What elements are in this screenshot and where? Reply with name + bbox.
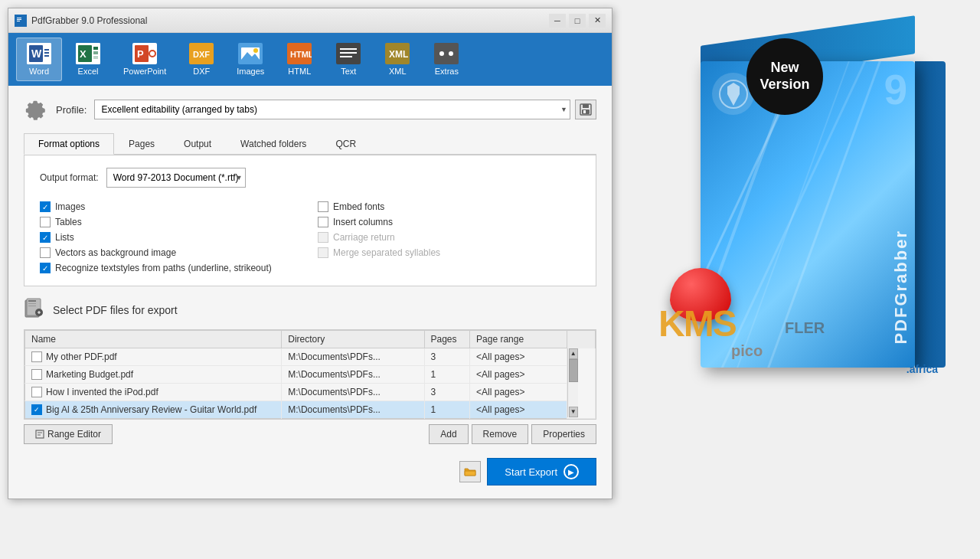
file-row-1-range: <All pages> — [470, 348, 567, 366]
svg-rect-35 — [434, 43, 459, 64]
checkbox-carriage-return-input — [318, 232, 328, 243]
output-format-row: Output format: Word 97-2013 Document (*.… — [40, 168, 580, 188]
open-folder-button[interactable] — [459, 461, 481, 482]
svg-point-36 — [439, 51, 444, 56]
properties-button[interactable]: Properties — [531, 424, 596, 444]
checkbox-carriage-return: Carriage return — [318, 232, 580, 243]
section-header: Select PDF files for export — [24, 297, 596, 323]
section-title: Select PDF files for export — [53, 304, 178, 316]
range-editor-button[interactable]: Range Editor — [24, 424, 113, 444]
col-page-range: Page range — [470, 331, 567, 348]
file-row-4-checkbox[interactable]: ✓ — [31, 404, 42, 415]
svg-rect-32 — [340, 56, 352, 57]
svg-rect-13 — [93, 47, 98, 50]
checkbox-lists-input[interactable]: ✓ — [40, 232, 51, 243]
product-box: 9 PDFGrabber New Version KMS pico FLER .… — [655, 15, 946, 383]
col-name: Name — [25, 331, 282, 348]
close-button[interactable]: ✕ — [589, 14, 606, 28]
checkbox-embed-fonts: Embed fonts — [318, 201, 580, 212]
scroll-down[interactable]: ▼ — [569, 407, 578, 417]
minimize-button[interactable]: ─ — [549, 14, 566, 28]
svg-rect-1 — [17, 18, 21, 18]
range-editor-label: Range Editor — [47, 429, 101, 440]
output-format-label: Output format: — [40, 172, 99, 183]
checkboxes-grid: ✓ Images Embed fonts Tables Insert colum… — [40, 201, 580, 273]
toolbar-excel[interactable]: X Excel — [65, 38, 111, 80]
content-area: Profile: Excellent editability (arranged… — [8, 86, 612, 499]
file-row-4-name-cell: ✓ Big Al & 25th Anniversary Review - Gui… — [31, 404, 275, 415]
table-row[interactable]: Marketing Budget.pdf M:\Documents\PDFs..… — [25, 366, 596, 384]
toolbar-dxf[interactable]: DXF DXF — [178, 38, 224, 80]
window-title: PdfGrabber 9.0 Professional — [31, 15, 147, 26]
table-row[interactable]: How I invented the iPod.pdf M:\Documents… — [25, 384, 596, 401]
table-row-selected[interactable]: ✓ Big Al & 25th Anniversary Review - Gui… — [25, 401, 596, 419]
svg-point-26 — [253, 48, 258, 53]
tab-format-options[interactable]: Format options — [24, 133, 114, 155]
toolbar-xml[interactable]: XML XML — [374, 38, 420, 80]
files-icon — [24, 297, 45, 323]
svg-text:W: W — [31, 47, 42, 60]
checkbox-images: ✓ Images — [40, 201, 302, 212]
profile-select[interactable]: Excellent editability (arranged by tabs) — [94, 100, 570, 119]
new-version-line1: New — [770, 60, 799, 77]
checkbox-lists: ✓ Lists — [40, 232, 302, 243]
scroll-up[interactable]: ▲ — [569, 348, 578, 359]
profile-save-button[interactable] — [575, 100, 596, 119]
xml-icon: XML — [385, 43, 410, 64]
version-number: 9 — [884, 69, 907, 111]
tab-watched-folders[interactable]: Watched folders — [226, 133, 321, 155]
output-format-select[interactable]: Word 97-2013 Document (*.rtf) — [106, 168, 246, 188]
svg-rect-50 — [36, 430, 44, 438]
svg-rect-44 — [28, 300, 36, 302]
toolbar-html[interactable]: HTML HTML — [276, 38, 322, 80]
checkbox-recognize-textstyles: ✓ Recognize textstyles from paths (under… — [40, 263, 580, 273]
add-button[interactable]: Add — [429, 424, 468, 444]
checkbox-insert-columns-input[interactable] — [318, 217, 328, 227]
scroll-thumb[interactable] — [569, 359, 578, 382]
remove-button[interactable]: Remove — [472, 424, 529, 444]
file-row-3-pages: 3 — [424, 384, 470, 401]
checkbox-embed-fonts-input[interactable] — [318, 201, 328, 212]
format-options-panel: Output format: Word 97-2013 Document (*.… — [24, 155, 596, 286]
start-export-button[interactable]: Start Export ▶ — [487, 458, 596, 485]
start-export-label: Start Export — [505, 466, 557, 478]
text-label: Text — [341, 67, 356, 76]
tab-ocr[interactable]: QCR — [321, 133, 371, 155]
tab-output[interactable]: Output — [169, 133, 226, 155]
table-row[interactable]: My other PDF.pdf M:\Documents\PDFs... 3 … — [25, 348, 596, 366]
svg-rect-46 — [28, 306, 36, 306]
file-row-2-name-cell: Marketing Budget.pdf — [31, 369, 275, 380]
toolbar-word[interactable]: W Word — [16, 38, 62, 81]
tab-pages[interactable]: Pages — [114, 133, 169, 155]
svg-text:HTML: HTML — [290, 50, 312, 59]
extras-icon — [434, 43, 459, 64]
maximize-button[interactable]: □ — [569, 14, 586, 28]
checkbox-recognize-textstyles-input[interactable]: ✓ — [40, 263, 51, 273]
file-row-3-checkbox[interactable] — [31, 387, 42, 397]
window-controls: ─ □ ✕ — [549, 14, 606, 28]
svg-rect-9 — [44, 55, 49, 57]
toolbar: W Word X Excel — [8, 33, 612, 86]
html-label: HTML — [288, 67, 311, 76]
file-row-4-range: <All pages> — [470, 401, 567, 419]
svg-rect-49 — [39, 311, 40, 314]
toolbar-extras[interactable]: Extras — [423, 38, 469, 80]
checkbox-tables-input[interactable] — [40, 217, 51, 227]
file-table-wrapper: Name Directory Pages Page range — [24, 329, 596, 420]
checkbox-images-input[interactable]: ✓ — [40, 201, 51, 212]
kms-sub-text: pico — [731, 342, 763, 360]
new-version-badge: New Version — [746, 38, 823, 115]
file-row-2-checkbox[interactable] — [31, 369, 42, 380]
profile-section: Profile: Excellent editability (arranged… — [24, 97, 596, 122]
toolbar-powerpoint[interactable]: P PowerPoint — [114, 38, 175, 80]
checkbox-vectors-input[interactable] — [40, 247, 51, 258]
profile-label: Profile: — [56, 104, 87, 116]
file-row-1-checkbox[interactable] — [31, 351, 42, 362]
bottom-bar: Start Export ▶ — [24, 452, 596, 487]
checkbox-insert-columns: Insert columns — [318, 217, 580, 227]
toolbar-text[interactable]: Text — [325, 38, 371, 80]
africa-text: .africa — [906, 363, 938, 375]
scroll-header — [567, 331, 595, 348]
checkbox-merge-syllables-input — [318, 247, 328, 258]
toolbar-images[interactable]: Images — [227, 38, 273, 80]
